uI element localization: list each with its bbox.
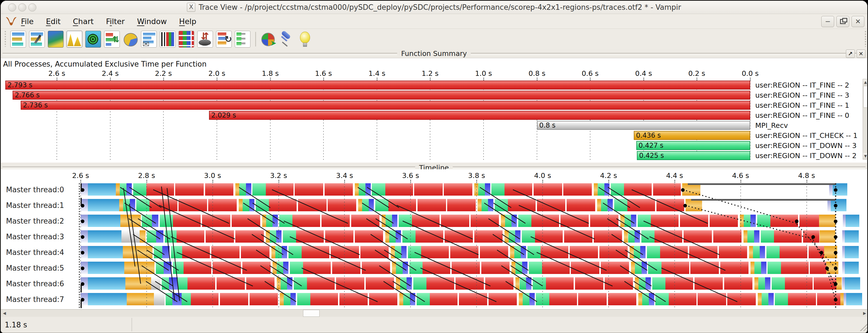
close-button[interactable]: ✕ bbox=[851, 16, 864, 27]
fs-bar-user-region-it-fine-3[interactable] bbox=[12, 91, 750, 100]
function-summary-scroll-thumb[interactable] bbox=[863, 86, 867, 108]
menu-edit[interactable]: Edit bbox=[46, 17, 60, 26]
scroll-down-icon[interactable]: ▼ bbox=[863, 153, 867, 159]
call-tree-icon[interactable] bbox=[216, 31, 232, 48]
timeline-segment bbox=[533, 277, 546, 290]
timeline-segment bbox=[631, 262, 635, 274]
counter-data-timeline-icon[interactable] bbox=[48, 31, 64, 48]
title-bar[interactable]: X Trace View - /p/project/ccstma/cstma00… bbox=[1, 1, 867, 14]
fs-axis-tick-label: 2.4 s bbox=[102, 69, 119, 78]
timeline-tick-label: 4.4 s bbox=[666, 172, 683, 180]
timeline-segment bbox=[478, 183, 485, 195]
fs-axis-tick-mark bbox=[217, 78, 217, 81]
timeline-row-6[interactable] bbox=[81, 277, 863, 290]
minimize-button[interactable]: − bbox=[821, 16, 834, 27]
timeline-row-label: Master thread:0 bbox=[1, 185, 64, 194]
timeline-tick-mark bbox=[674, 180, 675, 183]
hint-bulb-icon[interactable] bbox=[297, 31, 312, 47]
close-panel-icon[interactable]: ✕ bbox=[857, 50, 866, 58]
timeline-segment bbox=[266, 183, 293, 195]
timeline-row-5[interactable] bbox=[81, 262, 863, 274]
context-view-pin-icon[interactable] bbox=[279, 31, 294, 47]
summary-timeline-icon[interactable] bbox=[67, 31, 82, 48]
timeline-row-2[interactable] bbox=[81, 215, 863, 227]
communication-matrix-icon[interactable] bbox=[179, 31, 194, 48]
io-summary-icon[interactable] bbox=[197, 31, 213, 48]
timeline-segment bbox=[127, 293, 154, 305]
performance-radar-icon[interactable] bbox=[85, 31, 101, 48]
menu-window[interactable]: Window bbox=[137, 17, 167, 26]
menu-file[interactable]: File bbox=[21, 17, 34, 26]
timeline-row-3[interactable] bbox=[81, 230, 863, 243]
fs-bar-mpi-recv[interactable] bbox=[537, 121, 750, 130]
scroll-right-icon[interactable]: ▶ bbox=[862, 310, 867, 316]
fs-axis-tick-mark bbox=[590, 78, 591, 81]
function-summary-icon[interactable] bbox=[123, 31, 138, 47]
process-timeline-icon[interactable] bbox=[29, 31, 45, 48]
timeline-segment bbox=[392, 262, 396, 274]
timeline-gridline bbox=[542, 183, 543, 309]
timeline-horizontal-scrollbar[interactable]: ◀ ▶ bbox=[1, 309, 867, 317]
horizontal-scroll-thumb[interactable] bbox=[303, 310, 319, 317]
timeline-gridline bbox=[344, 183, 345, 309]
marker-view-icon[interactable] bbox=[261, 31, 276, 47]
timeline-segment bbox=[824, 246, 837, 258]
fs-function-label: user:REGION -- IT_DOWN -- 3 bbox=[755, 142, 857, 150]
timeline-segment bbox=[478, 199, 482, 211]
window-resize-grip[interactable] bbox=[859, 323, 867, 331]
message-summary-icon[interactable] bbox=[141, 31, 157, 48]
timeline-segment bbox=[474, 230, 502, 243]
function-legend-icon[interactable] bbox=[235, 31, 250, 48]
timeline-row-4[interactable] bbox=[81, 246, 863, 258]
timeline-segment bbox=[88, 262, 124, 274]
timeline-segment bbox=[655, 293, 669, 305]
timeline-row-1[interactable] bbox=[81, 199, 863, 211]
timeline-segment bbox=[171, 246, 182, 258]
function-summary-header: Function Summary ↗ ✕ bbox=[1, 49, 867, 58]
process-summary-icon[interactable] bbox=[160, 31, 176, 48]
overview-drag-handle[interactable] bbox=[865, 31, 866, 47]
timeline-row-0[interactable] bbox=[81, 183, 863, 195]
timeline-segment bbox=[814, 277, 836, 290]
detach-panel-icon[interactable]: ↗ bbox=[846, 50, 855, 58]
timeline-segment bbox=[456, 277, 484, 290]
function-summary-panel[interactable]: All Processes, Accumulated Exclusive Tim… bbox=[1, 58, 867, 163]
timeline-segment bbox=[653, 183, 681, 195]
timeline-segment bbox=[452, 262, 480, 274]
timeline-panel[interactable]: 2.6 s2.8 s3.0 s3.2 s3.4 s3.6 s3.8 s4.0 s… bbox=[1, 169, 867, 309]
timeline-segment bbox=[526, 277, 531, 290]
fs-bar-user-region-it-fine-0[interactable] bbox=[209, 111, 750, 120]
master-timeline-icon[interactable] bbox=[10, 31, 26, 48]
fs-function-label: user:REGION -- IT_FINE -- 1 bbox=[755, 101, 849, 110]
timeline-rows[interactable] bbox=[81, 183, 863, 309]
fs-bar-user-region-it-fine-1[interactable] bbox=[21, 101, 750, 110]
timeline-segment bbox=[88, 293, 127, 305]
vampir-window: X Trace View - /p/project/ccstma/cstma00… bbox=[0, 0, 868, 333]
fs-function-label: user:REGION -- IT_CHECK -- 1 bbox=[755, 131, 858, 140]
summary-chart-icon[interactable] bbox=[104, 31, 120, 48]
timeline-segment bbox=[81, 199, 88, 211]
menu-chart[interactable]: Chart bbox=[73, 17, 94, 26]
scroll-left-icon[interactable]: ◀ bbox=[1, 310, 7, 316]
timeline-row-7[interactable] bbox=[81, 293, 863, 305]
menu-help[interactable]: Help bbox=[179, 17, 196, 26]
timeline-segment bbox=[508, 199, 535, 211]
menu-filter[interactable]: Filter bbox=[106, 17, 125, 26]
timeline-segment bbox=[182, 246, 210, 258]
function-summary-scrollbar[interactable]: ▲ ▼ bbox=[863, 79, 867, 159]
timeline-segment bbox=[761, 262, 767, 274]
fs-axis-tick-label: 0.6 s bbox=[582, 69, 599, 78]
timeline-segment bbox=[842, 262, 845, 274]
timeline-segment bbox=[803, 230, 819, 243]
timeline-segment bbox=[284, 293, 290, 305]
scroll-up-icon[interactable]: ▲ bbox=[863, 79, 867, 85]
timeline-segment bbox=[336, 277, 364, 290]
toolbar-separator bbox=[255, 32, 256, 47]
fs-bar-user-region-it-fine-2[interactable] bbox=[5, 81, 750, 90]
function-summary-subtitle: All Processes, Accumulated Exclusive Tim… bbox=[3, 60, 207, 68]
timeline-segment bbox=[491, 183, 504, 195]
toolbar-drag-handle[interactable] bbox=[5, 31, 6, 47]
timeline-segment bbox=[843, 215, 845, 227]
restore-button[interactable] bbox=[836, 16, 849, 27]
timeline-segment bbox=[809, 246, 824, 258]
